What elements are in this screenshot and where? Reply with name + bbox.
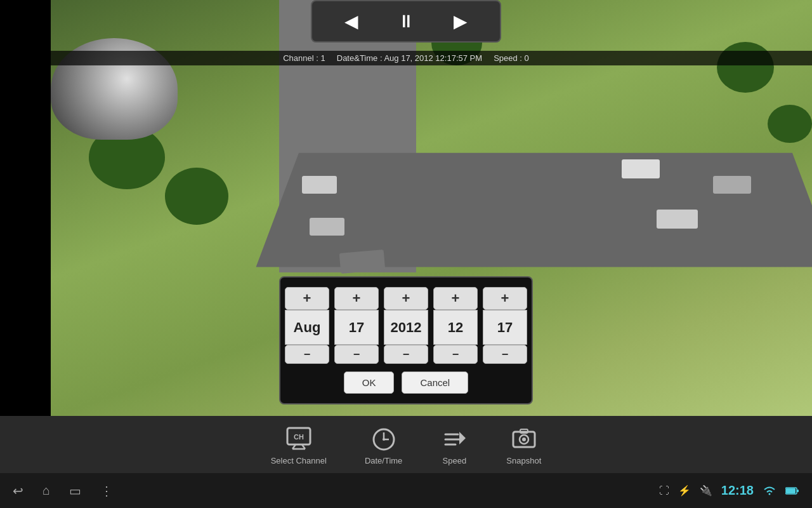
month-value: Aug [285, 310, 329, 345]
hour-value: 12 [433, 310, 478, 345]
select-channel-icon: CH [285, 424, 313, 452]
pause-button[interactable]: ⏸ [391, 8, 421, 35]
year-plus-button[interactable]: + [384, 287, 428, 310]
svg-rect-19 [797, 490, 799, 492]
next-button[interactable]: ▶ [447, 8, 474, 35]
day-plus-button[interactable]: + [334, 287, 379, 310]
battery-icon [785, 486, 799, 495]
car [713, 176, 751, 194]
car [339, 250, 386, 274]
svg-rect-18 [786, 488, 796, 493]
toolbar-item-select-channel[interactable]: CH Select Channel [271, 424, 327, 465]
prev-button[interactable]: ◀ [338, 8, 365, 35]
year-minus-button[interactable]: − [384, 345, 428, 364]
recents-nav-icon[interactable]: ▭ [69, 483, 81, 498]
svg-marker-12 [459, 432, 466, 444]
home-nav-icon[interactable]: ⌂ [43, 483, 50, 498]
dialog-buttons: OK Cancel [288, 371, 524, 394]
hour-minus-button[interactable]: − [433, 345, 478, 364]
svg-point-8 [383, 438, 385, 441]
svg-point-16 [522, 438, 526, 441]
system-time: 12:18 [721, 483, 754, 498]
speed-icon [440, 424, 468, 452]
car [302, 176, 337, 194]
datetime-info: Date&Time : Aug 17, 2012 12:17:57 PM [337, 53, 482, 63]
tree [717, 42, 774, 93]
svg-text:CH: CH [294, 433, 304, 441]
spinner-row: + Aug − + 17 − + 2012 − + 12 − + 17 − [288, 287, 524, 364]
nav-icons-right: ⛶ ⚡ 🔌 12:18 [659, 483, 799, 498]
toolbar-item-datetime[interactable]: Date/Time [365, 424, 402, 465]
month-minus-button[interactable]: − [285, 345, 329, 364]
tree [768, 105, 812, 143]
fullscreen-icon[interactable]: ⛶ [659, 485, 669, 497]
nav-bar: ↩ ⌂ ▭ ⋮ ⛶ ⚡ 🔌 12:18 [0, 473, 812, 508]
charge-icon: 🔌 [700, 485, 712, 497]
car [657, 210, 698, 229]
minute-minus-button[interactable]: − [483, 345, 527, 364]
channel-info: Channel : 1 [283, 53, 325, 63]
hour-plus-button[interactable]: + [433, 287, 478, 310]
car [622, 159, 660, 178]
year-spinner: + 2012 − [384, 287, 428, 364]
bottom-toolbar: CH Select Channel Date/Time [0, 416, 812, 473]
year-value: 2012 [384, 310, 428, 345]
snapshot-label: Snapshot [506, 456, 541, 465]
month-spinner: + Aug − [285, 287, 329, 364]
car [310, 218, 344, 236]
snapshot-icon [510, 424, 538, 452]
ok-button[interactable]: OK [344, 371, 395, 394]
minute-value: 17 [483, 310, 527, 345]
road-horizontal [256, 153, 812, 267]
speed-label: Speed [443, 456, 467, 465]
usb-icon: ⚡ [678, 485, 691, 497]
datetime-icon [370, 424, 398, 452]
speed-info: Speed : 0 [494, 53, 529, 63]
wifi-icon [763, 485, 776, 497]
cancel-button[interactable]: Cancel [402, 371, 468, 394]
day-minus-button[interactable]: − [334, 345, 379, 364]
toolbar-item-speed[interactable]: Speed [440, 424, 468, 465]
minute-spinner: + 17 − [483, 287, 527, 364]
minute-plus-button[interactable]: + [483, 287, 527, 310]
day-value: 17 [334, 310, 379, 345]
toolbar-item-snapshot[interactable]: Snapshot [506, 424, 541, 465]
nav-icons-left: ↩ ⌂ ▭ ⋮ [13, 483, 113, 498]
datetime-label: Date/Time [365, 456, 402, 465]
hour-spinner: + 12 − [433, 287, 478, 364]
datetime-dialog: + Aug − + 17 − + 2012 − + 12 − + 17 − OK [279, 276, 533, 404]
tree [165, 168, 228, 225]
back-nav-icon[interactable]: ↩ [13, 483, 23, 498]
status-bar: Channel : 1 Date&Time : Aug 17, 2012 12:… [0, 51, 812, 65]
select-channel-label: Select Channel [271, 456, 327, 465]
day-spinner: + 17 − [334, 287, 379, 364]
playback-controls: ◀ ⏸ ▶ [311, 0, 501, 43]
month-plus-button[interactable]: + [285, 287, 329, 310]
menu-nav-icon[interactable]: ⋮ [100, 483, 113, 498]
